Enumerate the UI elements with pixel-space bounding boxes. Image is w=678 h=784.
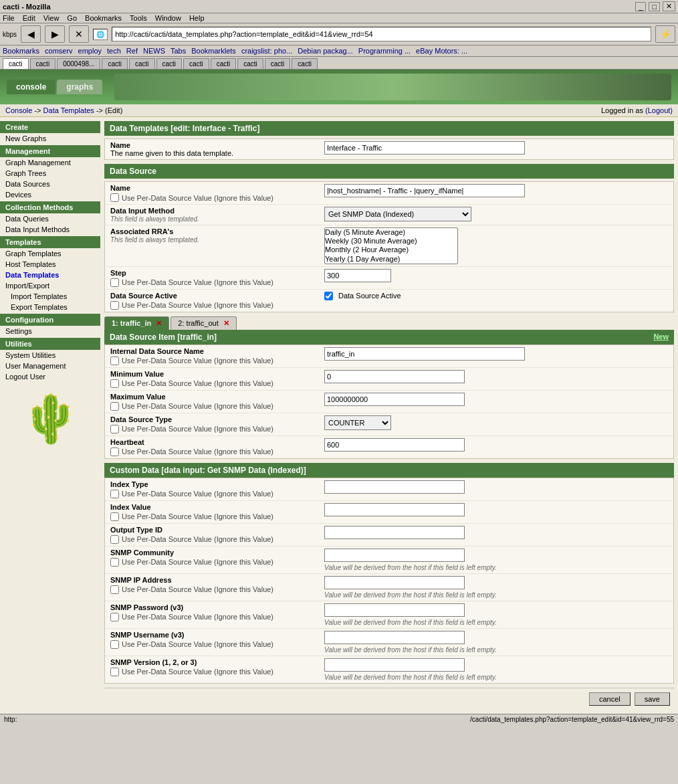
- int-name-input[interactable]: [324, 347, 525, 361]
- save-button[interactable]: save: [635, 692, 670, 706]
- snmp-ip-checkbox[interactable]: [110, 585, 119, 594]
- dsa-active-checkbox[interactable]: [324, 292, 333, 300]
- tab-8[interactable]: cacti: [211, 58, 237, 69]
- cancel-button[interactable]: cancel: [589, 692, 631, 706]
- tab-7[interactable]: cacti: [183, 58, 209, 69]
- index-type-checkbox[interactable]: [110, 490, 119, 498]
- sidebar-item-graph-trees[interactable]: Graph Trees: [0, 168, 100, 179]
- dsa-per-source-checkbox[interactable]: [110, 301, 119, 310]
- sidebar-item-data-input-methods[interactable]: Data Input Methods: [0, 224, 100, 235]
- tab-graphs[interactable]: graphs: [57, 80, 102, 94]
- sidebar-item-data-templates[interactable]: Data Templates: [0, 270, 100, 280]
- ds-tab-traffic-in[interactable]: 1: traffic_in ✕: [104, 316, 169, 330]
- sidebar-item-user-management[interactable]: User Management: [0, 361, 100, 371]
- sidebar-item-system-utilities[interactable]: System Utilities: [0, 350, 100, 361]
- menu-view[interactable]: View: [43, 14, 60, 22]
- tab-9[interactable]: cacti: [237, 58, 263, 69]
- tab-2[interactable]: cacti: [30, 58, 56, 69]
- snmp-user-input[interactable]: [324, 631, 465, 644]
- ds-name-input[interactable]: [324, 184, 525, 197]
- menu-help[interactable]: Help: [189, 14, 205, 22]
- bookmark-craigslist[interactable]: craigslist: pho...: [241, 47, 292, 55]
- bookmark-programming[interactable]: Programming ...: [358, 47, 411, 55]
- sidebar-item-graph-templates[interactable]: Graph Templates: [0, 248, 100, 259]
- output-type-checkbox[interactable]: [110, 535, 119, 544]
- min-val-checkbox[interactable]: [110, 379, 119, 388]
- ds-item-new-link[interactable]: New: [653, 332, 669, 342]
- breadcrumb-data-templates[interactable]: Data Templates: [43, 106, 94, 114]
- dst-checkbox[interactable]: [110, 425, 119, 433]
- menu-edit[interactable]: Edit: [23, 14, 35, 22]
- tab-11[interactable]: cacti: [292, 58, 318, 69]
- max-val-input[interactable]: [324, 393, 465, 406]
- bookmark-bookmarklets[interactable]: Bookmarklets: [191, 47, 236, 55]
- maximize-icon[interactable]: □: [649, 2, 660, 11]
- tab-3[interactable]: 0000498...: [57, 58, 100, 69]
- tab-4[interactable]: cacti: [102, 58, 128, 69]
- dst-select[interactable]: COUNTER GAUGE DERIVE ABSOLUTE: [324, 415, 391, 430]
- close-icon[interactable]: ✕: [663, 1, 675, 11]
- bookmark-debian[interactable]: Debian packag...: [298, 47, 353, 55]
- ds-name-checkbox[interactable]: [110, 193, 119, 202]
- bookmark-ebay[interactable]: eBay Motors: ...: [416, 47, 467, 55]
- menu-window[interactable]: Window: [155, 14, 181, 22]
- snmp-pw-input[interactable]: [324, 603, 465, 617]
- ds-tab-traffic-out[interactable]: 2: traffic_out ✕: [171, 316, 236, 330]
- sidebar-item-settings[interactable]: Settings: [0, 326, 100, 336]
- name-input[interactable]: [324, 141, 525, 155]
- snmp-community-checkbox[interactable]: [110, 558, 119, 567]
- sidebar-item-import-export[interactable]: Import/Export: [0, 280, 100, 291]
- sidebar-item-export-templates[interactable]: Export Templates: [0, 302, 100, 312]
- rra-listbox[interactable]: Daily (5 Minute Average) Weekly (30 Minu…: [324, 227, 458, 264]
- step-checkbox[interactable]: [110, 278, 119, 287]
- snmp-ver-input[interactable]: [324, 658, 465, 672]
- bookmark-comserv[interactable]: comserv: [45, 47, 73, 55]
- url-bar[interactable]: [112, 27, 651, 41]
- index-value-input[interactable]: [324, 503, 465, 516]
- sidebar-item-new-graphs[interactable]: New Graphs: [0, 133, 100, 144]
- bookmark-employ[interactable]: employ: [78, 47, 102, 55]
- snmp-user-checkbox[interactable]: [110, 640, 119, 649]
- step-input[interactable]: [324, 269, 391, 282]
- sidebar-item-host-templates[interactable]: Host Templates: [0, 259, 100, 270]
- stop-button[interactable]: ✕: [69, 25, 89, 43]
- bookmark-tech[interactable]: tech: [107, 47, 121, 55]
- logout-link[interactable]: (Logout): [645, 106, 673, 114]
- menu-file[interactable]: File: [3, 14, 15, 22]
- tab-6[interactable]: cacti: [156, 58, 183, 69]
- dim-select[interactable]: Get SNMP Data (Indexed) Get SNMP Data Ge…: [324, 207, 471, 221]
- forward-button[interactable]: ▶: [45, 25, 65, 43]
- snmp-pw-checkbox[interactable]: [110, 613, 119, 621]
- bookmark-tabs[interactable]: Tabs: [171, 47, 186, 55]
- menu-go[interactable]: Go: [67, 14, 77, 22]
- menu-bookmarks[interactable]: Bookmarks: [85, 14, 122, 22]
- snmp-community-input[interactable]: [324, 549, 465, 562]
- tab-1[interactable]: cacti: [3, 58, 29, 69]
- min-val-input[interactable]: [324, 370, 465, 383]
- ds-tab-traffic-out-close[interactable]: ✕: [223, 319, 229, 327]
- sidebar-item-logout-user[interactable]: Logout User: [0, 371, 100, 382]
- output-type-input[interactable]: [324, 526, 465, 539]
- sidebar-item-graph-management[interactable]: Graph Management: [0, 157, 100, 168]
- index-type-input[interactable]: [324, 480, 465, 494]
- sidebar-item-devices[interactable]: Devices: [0, 189, 100, 200]
- go-button[interactable]: ⚡: [655, 25, 675, 43]
- breadcrumb-console[interactable]: Console: [5, 106, 32, 114]
- ds-tab-traffic-in-close[interactable]: ✕: [156, 319, 162, 327]
- index-value-checkbox[interactable]: [110, 512, 119, 521]
- snmp-ver-checkbox[interactable]: [110, 668, 119, 676]
- sidebar-item-import-templates[interactable]: Import Templates: [0, 291, 100, 302]
- bookmark-bookmarks[interactable]: Bookmarks: [3, 47, 39, 55]
- tab-console[interactable]: console: [7, 80, 55, 94]
- sidebar-item-data-queries[interactable]: Data Queries: [0, 213, 100, 224]
- back-button[interactable]: ◀: [21, 25, 41, 43]
- tab-5[interactable]: cacti: [129, 58, 155, 69]
- menu-tools[interactable]: Tools: [130, 14, 147, 22]
- max-val-checkbox[interactable]: [110, 402, 119, 411]
- hb-input[interactable]: [324, 438, 465, 452]
- minimize-icon[interactable]: _: [635, 2, 646, 11]
- bookmark-ref[interactable]: Ref: [126, 47, 138, 55]
- tab-10[interactable]: cacti: [265, 58, 291, 69]
- hb-checkbox[interactable]: [110, 448, 119, 456]
- sidebar-item-data-sources[interactable]: Data Sources: [0, 179, 100, 189]
